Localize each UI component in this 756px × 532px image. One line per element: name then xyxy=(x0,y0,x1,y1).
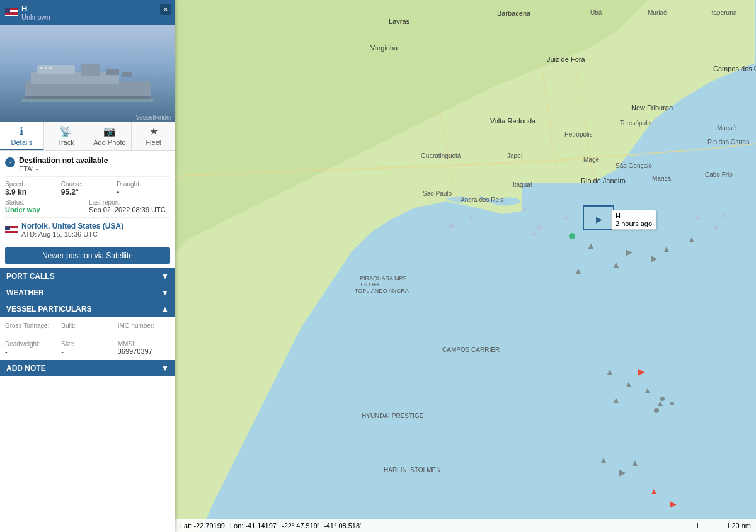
coord-bar: Lat: -22.79199 Lon: -41.14197 -22° 47.51… xyxy=(175,519,756,532)
svg-rect-5 xyxy=(122,72,132,77)
ship-icon-29[interactable]: ▲ xyxy=(631,458,639,468)
vessel-tabs: ℹ Details 📡 Track 📷 Add Photo ★ Fleet xyxy=(0,122,175,151)
course-cell: Course: 95.2° xyxy=(61,181,115,196)
svg-rect-4 xyxy=(106,69,119,75)
vessel-marker[interactable]: ▶ xyxy=(596,215,602,224)
eta-text: ETA: - xyxy=(19,165,108,173)
ship-icon-22[interactable]: ▲ xyxy=(624,379,633,389)
vessel-subtext: Unknown xyxy=(21,13,170,21)
fleet-icon: ★ xyxy=(149,125,158,137)
ship-icon-21[interactable]: ▲ xyxy=(605,366,614,376)
tab-details-label: Details xyxy=(11,139,33,146)
ship-icon-18[interactable]: ▶ xyxy=(651,253,658,263)
vessel-dot-5[interactable] xyxy=(654,408,659,413)
ship-icon-17[interactable]: ▲ xyxy=(574,266,583,276)
status-row: Status: Under way Last report: Sep 02, 2… xyxy=(5,199,170,213)
map-container[interactable]: Lavras Barbacena Ubá Muriaé Itaperuna Va… xyxy=(175,0,756,532)
coord-lat-dms: -22° 47.519' xyxy=(282,522,319,529)
port-calls-chevron: ▼ xyxy=(161,272,169,281)
satellite-button[interactable]: Newer position via Satellite xyxy=(5,247,170,264)
ship-icon-40[interactable]: ▲ xyxy=(719,209,728,219)
ship-icon-38[interactable]: ▲ xyxy=(694,212,702,222)
svg-rect-7 xyxy=(40,67,43,69)
svg-rect-14 xyxy=(522,183,755,532)
panel-header: H Unknown × xyxy=(0,0,175,25)
track-icon: 📡 xyxy=(59,125,72,137)
port-atd: ATD: Aug 15, 15:36 UTC xyxy=(21,230,123,238)
vessel-particulars-chevron: ▲ xyxy=(161,305,169,314)
destination-row: ? Destination not available ETA: - xyxy=(5,156,170,173)
coord-lon-dms: -41° 08.518' xyxy=(324,522,361,529)
scale-label: 20 nm xyxy=(731,522,751,529)
port-row: Norfolk, United States (USA) ATD: Aug 15… xyxy=(5,217,170,238)
ship-icon-15[interactable]: ▶ xyxy=(626,247,633,257)
svg-point-15 xyxy=(569,233,575,239)
ship-icon-25[interactable]: ▲ xyxy=(612,395,621,405)
vessel-particulars-header[interactable]: VESSEL PARTICULARS ▲ xyxy=(0,301,175,317)
ship-icon-20[interactable]: ▲ xyxy=(687,234,696,244)
ship-icon-28[interactable]: ▶ xyxy=(619,467,626,477)
vessel-popup-time: 2 hours ago xyxy=(616,220,652,227)
photo-icon: 📷 xyxy=(103,125,116,137)
tab-photo[interactable]: 📷 Add Photo xyxy=(88,122,132,150)
ship-icon-32[interactable]: ▲ xyxy=(561,212,570,222)
ship-icon-30[interactable]: ▲ xyxy=(650,486,658,496)
destination-icon: ? xyxy=(5,157,15,167)
details-icon: ℹ xyxy=(20,125,23,137)
destination-text: Destination not available xyxy=(19,156,108,165)
vessel-flag xyxy=(5,8,18,16)
tab-track-label: Track xyxy=(57,139,74,146)
svg-rect-8 xyxy=(45,67,47,69)
vessel-name: H xyxy=(21,4,27,13)
photo-watermark: VesselFinder xyxy=(135,114,172,121)
ship-icon-37[interactable]: ▶ xyxy=(449,220,456,230)
ship-icon-34[interactable]: ▲ xyxy=(530,228,539,238)
vessel-popup-name: H xyxy=(616,212,621,220)
speed-cell: Speed: 3.9 kn xyxy=(5,181,59,196)
close-button[interactable]: × xyxy=(160,4,171,15)
scale-bar: 20 nm xyxy=(697,522,751,529)
tab-track[interactable]: 📡 Track xyxy=(44,122,88,150)
left-panel: H Unknown × VesselFinder ℹ xyxy=(0,0,175,532)
vessel-info: ? Destination not available ETA: - Speed… xyxy=(0,151,175,243)
vessel-particulars-content: Gross Tonnage: - Built: - IMO number: - … xyxy=(0,317,175,360)
vessel-dot-4[interactable] xyxy=(670,402,674,405)
add-note-chevron: ▼ xyxy=(161,364,169,373)
ship-icon-24[interactable]: ▲ xyxy=(643,385,652,395)
ship-icon-16[interactable]: ▲ xyxy=(612,259,621,269)
svg-rect-10 xyxy=(21,99,154,102)
ship-icon-23[interactable]: ▶ xyxy=(638,366,645,376)
coord-lat-dd: Lat: -22.79199 xyxy=(180,522,225,529)
svg-rect-9 xyxy=(49,67,52,69)
vessel-dot-3[interactable] xyxy=(660,397,665,401)
ship-icon-36[interactable]: ▲ xyxy=(467,212,476,222)
weather-chevron: ▼ xyxy=(161,288,169,297)
svg-rect-3 xyxy=(81,64,100,76)
ship-icon-39[interactable]: ▶ xyxy=(714,222,721,232)
vessel-image xyxy=(18,59,157,110)
weather-header[interactable]: WEATHER ▼ xyxy=(0,285,175,301)
ship-icon-14[interactable]: ▲ xyxy=(587,241,595,251)
tab-fleet-label: Fleet xyxy=(146,139,161,146)
ship-icon-27[interactable]: ▲ xyxy=(599,455,608,465)
ship-icon-35[interactable]: ▲ xyxy=(520,203,529,213)
port-calls-header[interactable]: PORT CALLS ▼ xyxy=(0,268,175,285)
vessel-popup: H 2 hours ago xyxy=(611,210,656,230)
port-flag xyxy=(5,226,18,234)
ship-icon-19[interactable]: ▲ xyxy=(662,244,671,254)
coord-lon-dd: Lon: -41.14197 xyxy=(230,522,277,529)
tab-fleet[interactable]: ★ Fleet xyxy=(132,122,175,150)
scale-line xyxy=(697,523,729,528)
map-svg xyxy=(175,0,756,532)
draught-cell: Draught: - xyxy=(117,181,170,196)
add-note-header[interactable]: ADD NOTE ▼ xyxy=(0,360,175,376)
tab-photo-label: Add Photo xyxy=(93,139,125,146)
voyage-info-grid: Speed: 3.9 kn Course: 95.2° Draught: - xyxy=(5,176,170,196)
tab-details[interactable]: ℹ Details xyxy=(0,122,44,150)
ship-icon-31[interactable]: ▶ xyxy=(670,499,677,509)
port-name[interactable]: Norfolk, United States (USA) xyxy=(21,222,123,230)
vessel-photo: VesselFinder xyxy=(0,25,175,122)
